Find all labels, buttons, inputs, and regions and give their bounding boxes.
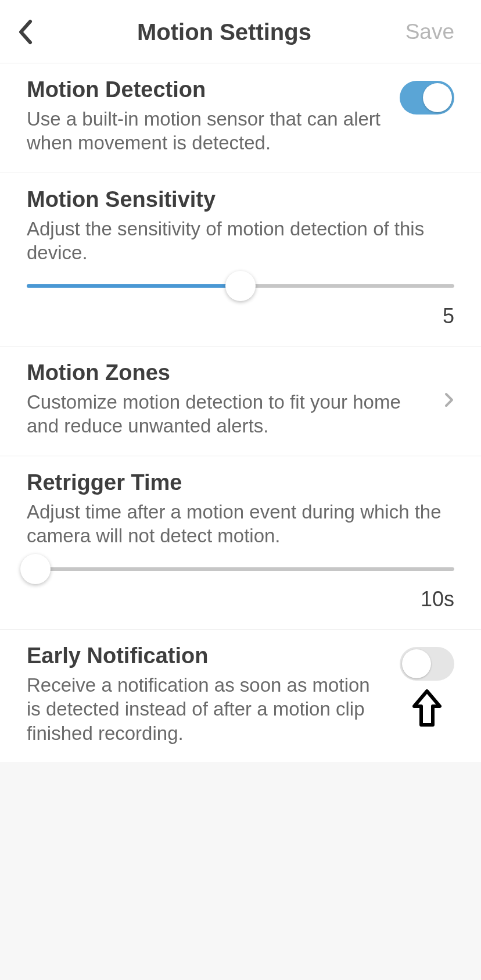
section-motion-detection: Motion Detection Use a built-in motion s… (0, 63, 481, 173)
retrigger-time-value: 10s (27, 587, 454, 611)
motion-detection-desc: Use a built-in motion sensor that can al… (27, 107, 388, 155)
early-notification-desc: Receive a notification as soon as motion… (27, 673, 388, 745)
retrigger-time-desc: Adjust time after a motion event during … (27, 500, 443, 548)
up-arrow-icon (412, 689, 442, 731)
section-retrigger-time: Retrigger Time Adjust time after a motio… (0, 456, 481, 630)
motion-sensitivity-title: Motion Sensitivity (27, 187, 443, 212)
save-button[interactable]: Save (402, 20, 454, 44)
motion-detection-title: Motion Detection (27, 77, 388, 102)
retrigger-time-slider[interactable] (27, 567, 454, 571)
motion-sensitivity-slider[interactable] (27, 284, 454, 288)
early-notification-toggle[interactable] (400, 647, 454, 681)
header: Motion Settings Save (0, 0, 481, 63)
early-notification-title: Early Notification (27, 643, 388, 668)
page-title: Motion Settings (46, 19, 402, 45)
section-motion-zones[interactable]: Motion Zones Customize motion detection … (0, 346, 481, 456)
motion-sensitivity-value: 5 (27, 304, 454, 328)
retrigger-time-title: Retrigger Time (27, 470, 443, 495)
motion-zones-desc: Customize motion detection to fit your h… (27, 390, 432, 438)
motion-detection-toggle[interactable] (400, 81, 454, 115)
motion-sensitivity-desc: Adjust the sensitivity of motion detecti… (27, 217, 443, 265)
back-button[interactable] (17, 17, 46, 47)
section-early-notification: Early Notification Receive a notificatio… (0, 630, 481, 763)
motion-zones-title: Motion Zones (27, 360, 432, 385)
section-motion-sensitivity: Motion Sensitivity Adjust the sensitivit… (0, 173, 481, 347)
chevron-right-icon (444, 392, 454, 410)
chevron-left-icon (17, 19, 34, 45)
